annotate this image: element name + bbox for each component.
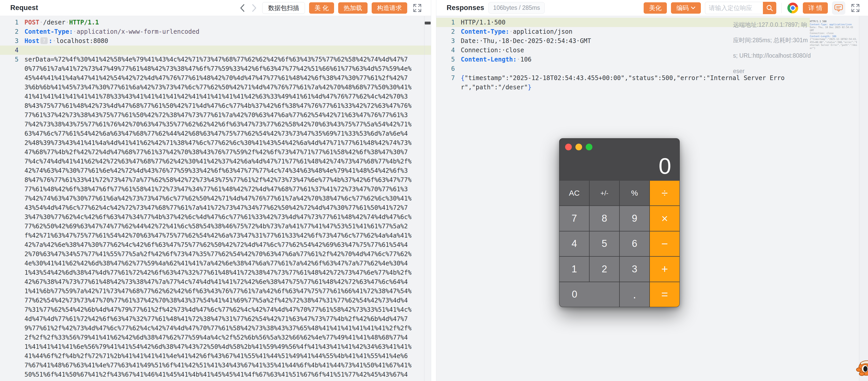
header-divider [781, 3, 782, 13]
fullscreen-expand-icon[interactable] [411, 2, 423, 14]
space-dot: · [52, 37, 56, 44]
content-type-header: Content-Type:·application/json [461, 27, 572, 36]
calculator-window[interactable]: 0 AC +/- % ÷ 7 8 9 × 4 5 6 − 1 2 3 + 0 .… [559, 138, 680, 307]
date-header: Date:·Thu,·18·Dec·2025·02:54:43·GMT [461, 36, 591, 45]
fullscreen-expand-icon[interactable] [849, 2, 861, 14]
brace-close: } [528, 84, 531, 91]
key-percent[interactable]: % [620, 181, 649, 205]
http-method: POST [25, 19, 39, 26]
line-number: 3 [0, 36, 19, 45]
response-title: Responses [446, 4, 484, 12]
request-path: /deser [43, 19, 65, 26]
response-search [705, 2, 776, 14]
calculator-display-area: 0 [559, 138, 679, 181]
key-6[interactable]: 6 [620, 231, 649, 256]
key-1[interactable]: 1 [559, 257, 589, 281]
request-start-line: POST·/deser·HTTP/1.1 [25, 18, 99, 27]
response-search-input[interactable] [705, 2, 763, 14]
header-key: Content-Type: [25, 28, 73, 35]
minimap-line: Content-Type: application/json [810, 23, 858, 26]
line-number: 3 [436, 36, 455, 45]
space-dot: · [509, 28, 513, 35]
request-header: Request 数据包扫描 美 化 热加载 构造请求 [0, 0, 431, 16]
hot-reload-button[interactable]: 热加载 [338, 2, 368, 14]
minimap-line: HTTP/1.1 500 [810, 20, 858, 23]
line-number: 5 [436, 55, 455, 64]
response-beautify-button[interactable]: 美化 [644, 2, 667, 14]
packet-scan-button[interactable]: 数据包扫描 [262, 2, 305, 14]
history-forward-icon[interactable] [250, 3, 258, 13]
key-0[interactable]: 0 [559, 282, 619, 307]
line-number: 6 [436, 64, 455, 73]
request-line-5: 5 serData=%72%4f%30%41%42%58%4e%79%41%43… [0, 55, 431, 381]
chrome-browser-icon[interactable] [787, 2, 799, 14]
key-3[interactable]: 3 [620, 257, 649, 281]
response-header: Responses 106bytes / 285ms 美化 编码 [436, 0, 868, 16]
encode-label: 编码 [676, 5, 689, 11]
key-5[interactable]: 5 [590, 231, 619, 256]
help-question-badge[interactable]: ? [40, 37, 48, 44]
response-scrollbar-track[interactable] [859, 16, 868, 381]
app-window: Request 数据包扫描 美 化 热加载 构造请求 1 POST·/ [0, 0, 868, 381]
key-divide[interactable]: ÷ [650, 181, 679, 205]
key-7[interactable]: 7 [559, 206, 589, 231]
minimize-window-icon[interactable] [576, 144, 582, 150]
key-decimal[interactable]: . [620, 282, 649, 307]
header-key: Host [25, 37, 39, 44]
key-2[interactable]: 2 [590, 257, 619, 281]
line-number: 4 [436, 45, 455, 55]
chevron-down-icon [691, 6, 695, 9]
search-icon [766, 4, 773, 12]
space-dot: · [65, 19, 69, 26]
encode-dropdown-button[interactable]: 编码 [671, 2, 701, 14]
key-4[interactable]: 4 [559, 231, 589, 256]
key-add[interactable]: + [650, 257, 679, 281]
remote-address-info: 远端地址:127.0.0.1:7897; 响应时间:285ms; 总耗时:301… [733, 17, 811, 79]
line-number: 1 [436, 18, 455, 27]
calculator-keypad: AC +/- % ÷ 7 8 9 × 4 5 6 − 1 2 3 + 0 . = [559, 181, 679, 307]
request-line-4-highlighted: 4 [0, 45, 431, 55]
request-scrollbar-thumb[interactable] [425, 22, 431, 25]
key-8[interactable]: 8 [590, 206, 619, 231]
construct-request-button[interactable]: 构造请求 [372, 2, 407, 14]
space-dot: · [39, 19, 43, 26]
editor-minimap[interactable]: HTTP/1.1 500 Content-Type: application/j… [810, 20, 858, 50]
search-button[interactable] [763, 2, 776, 14]
key-9[interactable]: 9 [620, 206, 649, 231]
history-back-icon[interactable] [239, 3, 246, 13]
line-number: 2 [436, 27, 455, 36]
beautify-button[interactable]: 美 化 [309, 2, 334, 14]
zoom-window-icon[interactable] [586, 144, 592, 150]
line-number: 5 [0, 55, 19, 64]
line-number: 1 [0, 18, 19, 27]
http-version: HTTP/1.1 [69, 19, 99, 26]
line-number: 4 [0, 45, 19, 55]
request-editor[interactable]: 1 POST·/deser·HTTP/1.1 2 Content-Type:·a… [0, 16, 431, 381]
key-plus-minus[interactable]: +/- [590, 181, 619, 205]
minimap-line: Content-Length: 106 [810, 35, 858, 38]
header-key: Content-Length: [461, 56, 517, 63]
detail-button[interactable]: 详 情 [803, 2, 828, 14]
request-scrollbar-track[interactable] [424, 16, 425, 381]
header-value: 106 [520, 56, 531, 63]
header-value: application/x-www-form-urlencoded [76, 28, 199, 35]
request-line-1: 1 POST·/deser·HTTP/1.1 [0, 18, 431, 27]
space-dot: · [73, 28, 76, 35]
content-length-header: Content-Length:·106 [461, 55, 532, 64]
yakit-mascot-icon [855, 358, 868, 376]
close-window-icon[interactable] [565, 144, 572, 150]
request-line-2: 2 Content-Type:·application/x-www-form-u… [0, 27, 431, 36]
minimap-line: Date: Thu, 18 Dec 2025 02:54:43 GMT [810, 26, 858, 32]
key-all-clear[interactable]: AC [559, 181, 589, 205]
status-line: HTTP/1.1·500 [461, 18, 505, 27]
key-equals[interactable]: = [650, 282, 679, 307]
comment-feedback-icon[interactable] [832, 1, 845, 15]
key-multiply[interactable]: × [650, 206, 679, 231]
window-controls [565, 144, 592, 150]
connection-header: Connection:·close [461, 45, 524, 55]
line-number: 2 [0, 27, 19, 36]
minimap-line: {"timestamp":"2025-12-18T02:54:43.455+00… [810, 38, 858, 50]
header-key: Content-Type: [461, 28, 509, 35]
key-subtract[interactable]: − [650, 231, 679, 256]
space-dot: · [517, 56, 520, 63]
